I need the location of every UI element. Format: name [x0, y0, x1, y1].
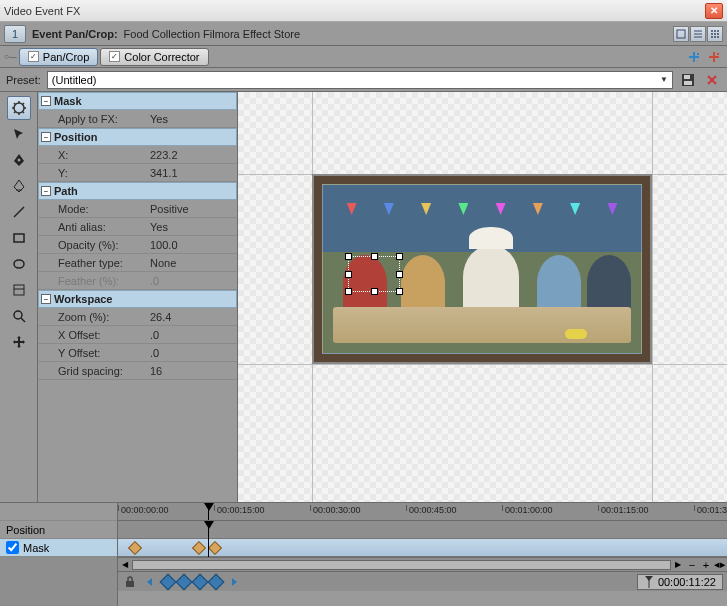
line-tool[interactable]	[7, 200, 31, 224]
group-header[interactable]: −Path	[38, 182, 237, 200]
cursor-time-display[interactable]: 00:00:11:22	[637, 574, 723, 590]
remove-effect-button[interactable]	[705, 48, 723, 66]
zoom-tool[interactable]	[7, 304, 31, 328]
preview-canvas[interactable]	[238, 92, 727, 502]
crop-handle[interactable]	[371, 253, 378, 260]
view-mode-3-button[interactable]	[707, 26, 723, 42]
properties-tool[interactable]	[7, 96, 31, 120]
crop-handle[interactable]	[371, 288, 378, 295]
property-row[interactable]: X:223.2	[38, 146, 237, 164]
timeline-ruler[interactable]: 00:00:00:0000:00:15:0000:00:30:0000:00:4…	[118, 503, 727, 521]
property-value[interactable]: None	[148, 257, 237, 269]
track-row-position[interactable]: Position	[0, 521, 117, 539]
crop-handle[interactable]	[396, 288, 403, 295]
playhead-line[interactable]	[208, 521, 209, 557]
view-mode-2-button[interactable]	[690, 26, 706, 42]
scroll-left-button[interactable]: ◀	[118, 558, 132, 572]
property-value[interactable]: 16	[148, 365, 237, 377]
playhead[interactable]	[208, 503, 209, 520]
tab-color-corrector[interactable]: ✓ Color Corrector	[100, 48, 208, 66]
next-keyframe-button[interactable]	[226, 574, 242, 590]
property-row[interactable]: Y Offset:.0	[38, 344, 237, 362]
delete-preset-button[interactable]	[703, 71, 721, 89]
tab-pan-crop[interactable]: ✓ Pan/Crop	[19, 48, 98, 66]
property-value[interactable]: 100.0	[148, 239, 237, 251]
zoom-in-button[interactable]: +	[699, 558, 713, 572]
keyframe-button-3[interactable]	[192, 573, 209, 590]
collapse-icon[interactable]: −	[41, 294, 51, 304]
zoom-out-button[interactable]: −	[685, 558, 699, 572]
property-row[interactable]: X Offset:.0	[38, 326, 237, 344]
property-value[interactable]: 26.4	[148, 311, 237, 323]
property-label: X Offset:	[38, 329, 148, 341]
collapse-icon[interactable]: −	[41, 96, 51, 106]
property-value[interactable]: 223.2	[148, 149, 237, 161]
add-keyframe-button[interactable]	[160, 573, 177, 590]
text-tool[interactable]	[7, 278, 31, 302]
save-preset-button[interactable]	[679, 71, 697, 89]
keyframe-marker[interactable]	[128, 541, 142, 555]
keyframe-button-4[interactable]	[208, 573, 225, 590]
track-mask-lane[interactable]	[118, 539, 727, 557]
crop-handle[interactable]	[396, 253, 403, 260]
tab-pan-crop-checkbox[interactable]: ✓	[28, 51, 39, 62]
property-row[interactable]: Grid spacing:16	[38, 362, 237, 380]
svg-point-7	[711, 33, 713, 35]
group-header[interactable]: −Workspace	[38, 290, 237, 308]
tab-color-corrector-label: Color Corrector	[124, 51, 199, 63]
lock-button[interactable]	[122, 574, 138, 590]
collapse-icon[interactable]: −	[41, 186, 51, 196]
window-close-button[interactable]: ✕	[705, 3, 723, 19]
property-row[interactable]: Feather type:None	[38, 254, 237, 272]
tab-color-corrector-checkbox[interactable]: ✓	[109, 51, 120, 62]
group-header[interactable]: −Mask	[38, 92, 237, 110]
scroll-thumb[interactable]	[132, 560, 671, 570]
property-value[interactable]: Yes	[148, 113, 237, 125]
preset-value: (Untitled)	[52, 74, 97, 86]
ellipse-tool[interactable]	[7, 252, 31, 276]
pen-tool[interactable]	[7, 148, 31, 172]
property-value[interactable]: .0	[148, 275, 237, 287]
property-row[interactable]: Opacity (%):100.0	[38, 236, 237, 254]
svg-rect-20	[14, 234, 24, 242]
property-value[interactable]: 341.1	[148, 167, 237, 179]
crop-handle[interactable]	[396, 271, 403, 278]
anchor-delete-tool[interactable]	[7, 174, 31, 198]
keyframe-button-2[interactable]	[176, 573, 193, 590]
group-name: Position	[54, 131, 97, 143]
crop-handle[interactable]	[345, 253, 352, 260]
add-effect-button[interactable]	[685, 48, 703, 66]
group-header[interactable]: −Position	[38, 128, 237, 146]
collapse-icon[interactable]: −	[41, 132, 51, 142]
rectangle-tool[interactable]	[7, 226, 31, 250]
track-row-mask[interactable]: Mask	[0, 539, 117, 557]
property-value[interactable]: Positive	[148, 203, 237, 215]
crop-handle[interactable]	[345, 271, 352, 278]
scroll-right-button[interactable]: ▶	[671, 558, 685, 572]
property-row[interactable]: Apply to FX:Yes	[38, 110, 237, 128]
keyframe-marker[interactable]	[208, 541, 222, 555]
property-row[interactable]: Mode:Positive	[38, 200, 237, 218]
svg-rect-22	[14, 285, 24, 295]
zoom-fit-button[interactable]: ◂▸	[713, 558, 727, 572]
timeline-lanes[interactable]	[118, 521, 727, 557]
property-row[interactable]: Y:341.1	[38, 164, 237, 182]
prev-keyframe-button[interactable]	[142, 574, 158, 590]
crop-handle[interactable]	[345, 288, 352, 295]
keyframe-marker[interactable]	[192, 541, 206, 555]
svg-rect-26	[126, 581, 134, 587]
nav-prev-button[interactable]: 1	[4, 25, 26, 43]
view-mode-1-button[interactable]	[673, 26, 689, 42]
property-row[interactable]: Zoom (%):26.4	[38, 308, 237, 326]
track-mask-checkbox[interactable]	[6, 541, 19, 554]
mask-crop-box[interactable]	[348, 256, 400, 292]
property-row[interactable]: Anti alias:Yes	[38, 218, 237, 236]
cursor-time-value: 00:00:11:22	[658, 576, 716, 588]
move-tool[interactable]	[7, 330, 31, 354]
select-tool[interactable]	[7, 122, 31, 146]
property-value[interactable]: .0	[148, 329, 237, 341]
property-row[interactable]: Feather (%):.0	[38, 272, 237, 290]
preset-dropdown[interactable]: (Untitled) ▼	[47, 71, 673, 89]
property-value[interactable]: Yes	[148, 221, 237, 233]
property-value[interactable]: .0	[148, 347, 237, 359]
